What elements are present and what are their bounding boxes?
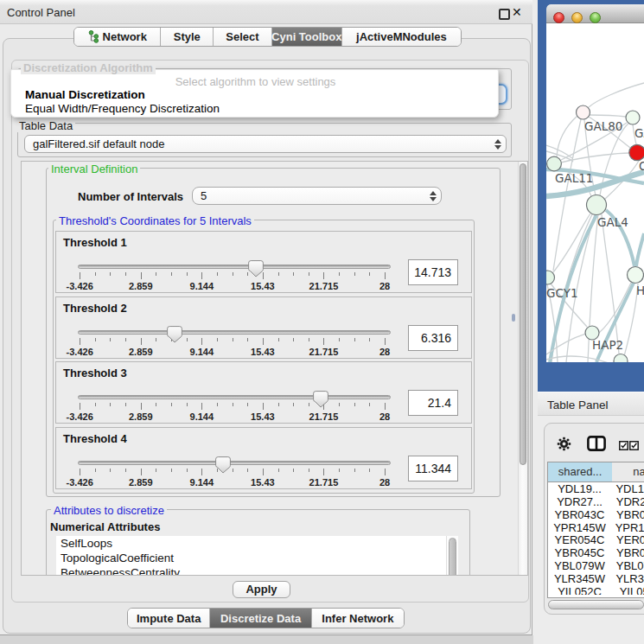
slider-track[interactable] bbox=[78, 265, 391, 269]
network-canvas[interactable]: GAL80GACGAL11GAL4GCY1HHAP2 bbox=[546, 23, 644, 362]
slider-thumb[interactable] bbox=[167, 326, 182, 343]
network-edge[interactable] bbox=[546, 356, 615, 362]
attribute-list-item[interactable]: TopologicalCoefficient bbox=[56, 551, 446, 565]
threshold-value-field[interactable]: 11.344 bbox=[408, 456, 458, 481]
checkbox-icon[interactable] bbox=[629, 441, 639, 450]
apply-button[interactable]: Apply bbox=[233, 581, 290, 598]
tab-impute-data[interactable]: Impute Data bbox=[128, 609, 210, 628]
slider-minor-tick bbox=[95, 403, 96, 406]
discretization-algorithm-group-title: Discretization Algorithm bbox=[21, 61, 156, 74]
slider-major-tick bbox=[385, 272, 386, 279]
cell-name: YBR045C bbox=[612, 547, 644, 560]
slider-minor-tick bbox=[354, 403, 355, 406]
cell-shared-name: YBR043C bbox=[547, 509, 612, 522]
slider-minor-tick bbox=[217, 403, 218, 406]
network-node-h[interactable] bbox=[628, 267, 644, 284]
threshold-value-field[interactable]: 14.713 bbox=[408, 259, 458, 285]
table-data-combobox[interactable]: galFiltered.sif default node bbox=[24, 135, 507, 153]
dropdown-item-equal-width[interactable]: Equal Width/Frequency Discretization bbox=[25, 102, 220, 115]
splitter-handle[interactable] bbox=[512, 314, 515, 322]
slider-minor-tick bbox=[369, 469, 370, 472]
threshold-value-field[interactable]: 6.316 bbox=[408, 325, 458, 351]
slider-minor-tick bbox=[247, 469, 248, 472]
control-panel-window: Control Panel ✕ NetworkStyleSelectCyni T… bbox=[0, 0, 532, 635]
minimize-traffic-light[interactable] bbox=[571, 12, 583, 23]
network-node-c[interactable] bbox=[629, 144, 644, 160]
slider-tick-label: -3.426 bbox=[67, 281, 93, 291]
slider-track[interactable] bbox=[78, 330, 391, 335]
slider-major-tick bbox=[323, 272, 324, 279]
attributes-scrollbar-thumb[interactable] bbox=[449, 538, 456, 576]
network-edge[interactable] bbox=[590, 115, 626, 117]
tab-style[interactable]: Style bbox=[161, 28, 214, 46]
table-panel-title: Table Panel bbox=[547, 399, 609, 411]
slider-tick-label: -3.426 bbox=[67, 477, 93, 488]
attribute-list-item[interactable]: BetweennessCentrality bbox=[56, 565, 446, 576]
number-of-intervals-combobox[interactable]: 5 bbox=[192, 187, 442, 205]
network-node-gal80[interactable] bbox=[577, 105, 590, 119]
numerical-attributes-list[interactable]: SelfLoopsTopologicalCoefficientBetweenne… bbox=[56, 536, 446, 576]
table-row[interactable]: YDL19...YDL194W bbox=[547, 483, 644, 496]
threshold-label: Threshold 2 bbox=[63, 302, 127, 315]
table-row[interactable]: YIL052CYIL052C bbox=[547, 586, 644, 595]
network-node-gal11[interactable] bbox=[547, 156, 562, 171]
tab-select[interactable]: Select bbox=[214, 28, 272, 46]
dropdown-item-manual-discretization[interactable]: Manual Discretization bbox=[25, 88, 145, 101]
slider-thumb[interactable] bbox=[215, 456, 231, 474]
table-horizontal-scrollbar[interactable] bbox=[548, 600, 644, 609]
slider-major-tick bbox=[201, 469, 202, 475]
bottom-tabstrip: Impute DataDiscretize DataInfer Network bbox=[127, 608, 405, 628]
table-row[interactable]: YBR043CYBR043C bbox=[547, 509, 644, 522]
network-node-gcy1[interactable] bbox=[546, 271, 555, 284]
network-node-label: GCY1 bbox=[546, 286, 578, 300]
table-row[interactable]: YDR27...YDR277C bbox=[547, 496, 644, 509]
slider-track[interactable] bbox=[78, 395, 391, 399]
settings-scrollbar-thumb[interactable] bbox=[520, 163, 526, 465]
slider-track[interactable] bbox=[78, 461, 391, 465]
tab-network[interactable]: Network bbox=[74, 28, 161, 46]
control-panel-titlebar: Control Panel ✕ bbox=[0, 0, 532, 24]
settings-vertical-scrollbar[interactable] bbox=[518, 162, 527, 575]
tab-infer-network[interactable]: Infer Network bbox=[312, 609, 404, 628]
tab-label: Network bbox=[103, 30, 147, 43]
network-node[interactable] bbox=[614, 354, 628, 363]
interval-definition-group-title: Interval Definition bbox=[48, 163, 140, 175]
network-node-ga[interactable] bbox=[626, 111, 640, 124]
combobox-arrows-icon bbox=[490, 139, 506, 150]
slider-tick-label: 28 bbox=[379, 477, 390, 488]
tab-jactivemnodules[interactable]: jActiveMNodules bbox=[342, 28, 461, 46]
slider-minor-tick bbox=[369, 338, 370, 341]
table-row[interactable]: YBL079WYBL079W bbox=[547, 560, 644, 573]
table-row[interactable]: YER054CYER054C bbox=[547, 534, 644, 547]
slider-minor-tick bbox=[125, 338, 126, 341]
slider-minor-tick bbox=[339, 403, 340, 406]
checkbox-icon[interactable] bbox=[619, 441, 628, 450]
slider-tick-label: 28 bbox=[379, 281, 390, 291]
attributes-list-scrollbar[interactable] bbox=[446, 536, 458, 576]
gear-icon[interactable] bbox=[557, 437, 571, 451]
close-traffic-light[interactable] bbox=[553, 12, 564, 23]
attribute-list-item[interactable]: SelfLoops bbox=[56, 536, 446, 551]
network-edge[interactable] bbox=[589, 83, 644, 107]
zoom-traffic-light[interactable] bbox=[590, 12, 601, 23]
float-window-icon[interactable] bbox=[499, 9, 510, 20]
slider-tick-label: 2.859 bbox=[129, 411, 153, 422]
network-node-gal4[interactable] bbox=[587, 195, 607, 215]
threshold-value-field[interactable]: 21.4 bbox=[408, 390, 458, 416]
columns-icon[interactable] bbox=[587, 436, 606, 451]
slider-major-tick bbox=[263, 403, 264, 410]
table-header-shared-name[interactable]: shared... bbox=[547, 462, 613, 482]
slider-minor-tick bbox=[293, 272, 294, 276]
slider-minor-tick bbox=[309, 338, 309, 341]
table-row[interactable]: YLR345WYLR345W bbox=[547, 573, 644, 586]
network-node-label: GAL11 bbox=[555, 171, 593, 185]
table-row[interactable]: YBR045CYBR045C bbox=[547, 547, 644, 560]
tab-discretize-data[interactable]: Discretize Data bbox=[210, 609, 311, 628]
close-icon[interactable]: ✕ bbox=[512, 5, 522, 19]
network-edge-highlighted[interactable] bbox=[636, 233, 644, 266]
table-header-name[interactable]: name bbox=[612, 462, 644, 482]
tab-cyni-toolbox[interactable]: Cyni Toolbox bbox=[272, 28, 342, 46]
table-row[interactable]: YPR145WYPR145W bbox=[547, 522, 644, 535]
slider-thumb[interactable] bbox=[313, 391, 328, 408]
slider-thumb[interactable] bbox=[248, 260, 264, 277]
